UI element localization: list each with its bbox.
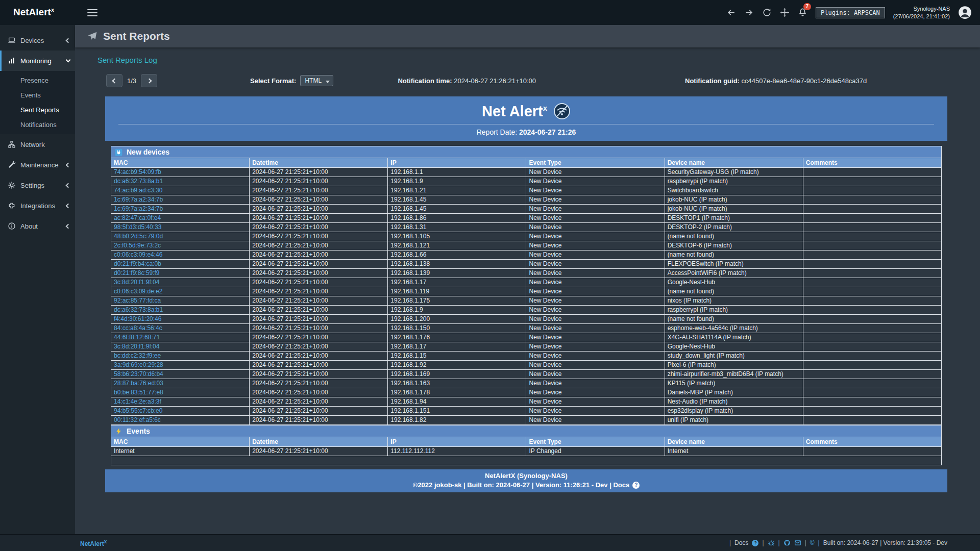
- cell: [803, 379, 941, 388]
- cell: [803, 287, 941, 296]
- sidebar-item-presence[interactable]: Presence: [0, 73, 75, 88]
- docs-link[interactable]: Docs: [734, 539, 748, 546]
- sent-reports-log-link[interactable]: Sent Reports Log: [97, 56, 157, 64]
- sidebar-item-sent-reports[interactable]: Sent Reports: [0, 103, 75, 117]
- mac-link[interactable]: f4:4d:30:61:20:46: [114, 315, 161, 322]
- mac-link[interactable]: 94:b5:55:c7:cb:e0: [114, 407, 162, 414]
- mac-link[interactable]: 3a:9d:69:e0:29:28: [114, 361, 163, 368]
- column-header: Datetime: [250, 158, 388, 168]
- brand-logo[interactable]: NetAlertx: [0, 7, 75, 18]
- cell: d0:21:f9:b4:ca:0b: [111, 260, 250, 269]
- cell: 14:c1:4e:2e:a3:3f: [111, 397, 250, 407]
- notification-time: Notification time: 2024-06-27 21:26:21+1…: [398, 77, 536, 85]
- cell: Google-Nest-Hub: [665, 342, 803, 352]
- sidebar-item-about[interactable]: About: [0, 216, 75, 236]
- mac-link[interactable]: ac:82:47:ca:0f:e4: [114, 214, 161, 221]
- table-row: 58:b6:23:70:d6:b42024-06-27 21:25:21+10:…: [111, 370, 942, 379]
- mac-link[interactable]: d0:21:f9:8c:59:f9: [114, 269, 159, 277]
- cell: study_down_light (IP match): [665, 352, 803, 361]
- cell: New Device: [526, 306, 665, 315]
- brand-text: NetAlert: [13, 7, 51, 18]
- copyright-icon[interactable]: ©: [810, 539, 815, 546]
- cell: 74:ac:b9:54:09:fb: [111, 168, 250, 177]
- sidebar-item-maintenance[interactable]: Maintenance: [0, 155, 75, 175]
- laptop-icon: [8, 36, 16, 44]
- notifications-bell[interactable]: 7: [798, 8, 807, 17]
- prev-page-button[interactable]: [106, 74, 122, 87]
- cell: New Device: [526, 168, 665, 177]
- column-header: IP: [388, 437, 526, 447]
- cell: [803, 205, 941, 214]
- cell: d0:21:f9:8c:59:f9: [111, 269, 250, 278]
- sidebar-item-monitoring[interactable]: Monitoring: [0, 51, 75, 71]
- chart-icon: [8, 57, 16, 65]
- table-row: dc:a6:32:73:8a:b12024-06-27 21:25:21+10:…: [111, 177, 942, 186]
- footer-brand[interactable]: NetAlertx: [80, 539, 107, 547]
- cell: New Device: [526, 333, 665, 342]
- empty-row: [111, 456, 942, 465]
- forward-arrow-icon[interactable]: [744, 8, 754, 17]
- cell: [803, 324, 941, 333]
- mac-link[interactable]: 44:6f:f8:12:68:71: [114, 334, 160, 341]
- docs-help-icon[interactable]: ?: [632, 482, 640, 489]
- mac-link[interactable]: 00:11:32:ef:a5:6c: [114, 416, 161, 423]
- sidebar-item-settings[interactable]: Settings: [0, 175, 75, 195]
- mac-link[interactable]: 2c:f0:5d:9e:73:2c: [114, 242, 161, 249]
- menu-toggle-icon[interactable]: [87, 7, 97, 18]
- mac-link[interactable]: 92:ac:85:77:fd:ca: [114, 297, 161, 304]
- mac-link[interactable]: 74:ac:b9:54:09:fb: [114, 168, 161, 176]
- cell: New Device: [526, 177, 665, 186]
- sidebar-item-notifications[interactable]: Notifications: [0, 117, 75, 132]
- next-page-button[interactable]: [141, 74, 157, 87]
- sidebar-item-network[interactable]: Network: [0, 134, 75, 155]
- mac-link[interactable]: 84:cc:a8:4a:56:4c: [114, 324, 162, 332]
- mac-link[interactable]: c0:06:c3:09:de:e2: [114, 288, 162, 295]
- paper-plane-icon: [87, 31, 97, 41]
- sidebar-item-devices[interactable]: Devices: [0, 30, 75, 51]
- back-arrow-icon[interactable]: [726, 8, 736, 17]
- mac-link[interactable]: dc:a6:32:73:8a:b1: [114, 178, 163, 185]
- mac-link[interactable]: c0:06:c3:09:e4:46: [114, 251, 162, 258]
- refresh-icon[interactable]: [762, 8, 772, 17]
- format-select[interactable]: HTML: [300, 75, 333, 86]
- mac-link[interactable]: 28:87:ba:76:ed:03: [114, 380, 163, 387]
- cell: Pixel-6 (IP match): [665, 361, 803, 370]
- bug-icon[interactable]: [768, 539, 775, 546]
- mac-link[interactable]: b0:be:83:51:77:e8: [114, 389, 163, 396]
- mac-link[interactable]: dc:a6:32:73:8a:b1: [114, 306, 163, 313]
- cell: 58:b6:23:70:d6:b4: [111, 370, 250, 379]
- mac-link[interactable]: 58:b6:23:70:d6:b4: [114, 370, 163, 378]
- cell: 2024-06-27 21:25:21+10:00: [250, 447, 388, 456]
- mac-link[interactable]: 1c:69:7a:a2:34:7b: [114, 205, 163, 212]
- user-avatar[interactable]: [958, 6, 972, 19]
- cell: [803, 416, 941, 425]
- mac-link[interactable]: 14:c1:4e:2e:a3:3f: [114, 398, 161, 405]
- mac-link[interactable]: 48:b0:2d:5c:79:0d: [114, 233, 163, 240]
- mac-link[interactable]: 3c:8d:20:f1:9f:04: [114, 343, 159, 350]
- plugins-badge[interactable]: Plugins: ARPSCAN: [816, 7, 885, 18]
- table-row: 00:11:32:ef:a5:6c2024-06-27 21:25:21+10:…: [111, 416, 942, 425]
- mac-link[interactable]: d0:21:f9:b4:ca:0b: [114, 260, 161, 267]
- events-table: MACDatetimeIPEvent TypeDevice nameCommen…: [111, 437, 942, 465]
- cell: nixos (IP match): [665, 296, 803, 306]
- mac-link[interactable]: 3c:8d:20:f1:9f:04: [114, 279, 159, 286]
- mac-link[interactable]: 98:5f:d3:d5:40:33: [114, 223, 161, 231]
- cell: New Device: [526, 342, 665, 352]
- mac-link[interactable]: 74:ac:b9:ad:c3:30: [114, 187, 162, 194]
- mac-link[interactable]: 1c:69:7a:a2:34:7b: [114, 196, 163, 203]
- cell: 2024-06-27 21:25:21+10:00: [250, 397, 388, 407]
- sidebar-item-events[interactable]: Events: [0, 88, 75, 103]
- sidebar-item-integrations[interactable]: Integrations: [0, 195, 75, 216]
- mail-icon[interactable]: [794, 539, 801, 546]
- cell: [803, 370, 941, 379]
- arrows-move-icon[interactable]: [780, 8, 790, 17]
- cell: [803, 260, 941, 269]
- docs-help-icon[interactable]: ?: [752, 540, 758, 546]
- mac-link[interactable]: bc:dd:c2:32:f9:ee: [114, 352, 161, 359]
- cell: FLEXPOESwitch (IP match): [665, 260, 803, 269]
- cell: [803, 269, 941, 278]
- github-icon[interactable]: [783, 539, 791, 546]
- gear-icon: [8, 181, 16, 189]
- cell: c0:06:c3:09:de:e2: [111, 287, 250, 296]
- table-row: 48:b0:2d:5c:79:0d2024-06-27 21:25:21+10:…: [111, 232, 942, 241]
